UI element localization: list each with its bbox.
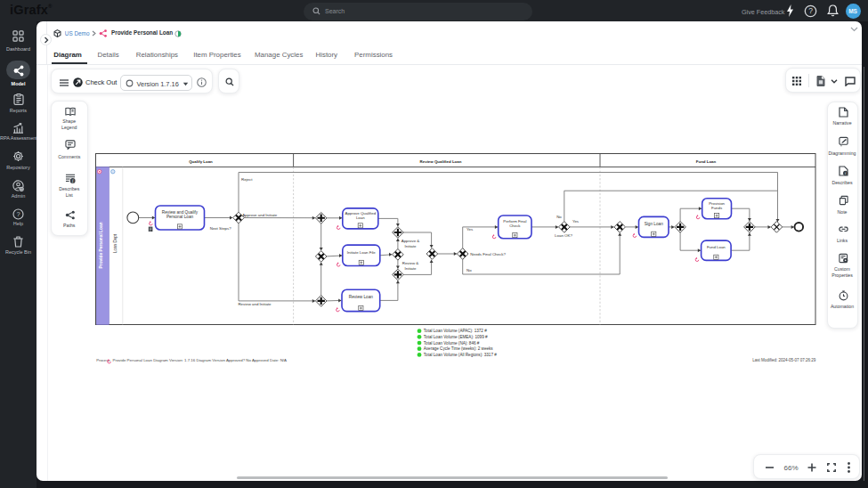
svg-text:Total Loan Volume (APAC): 1372: Total Loan Volume (APAC): 1372 # <box>424 329 487 333</box>
svg-text:Reject: Reject <box>241 177 253 182</box>
svg-text:Total Loan Volume (All Regions: Total Loan Volume (All Regions): 3317 # <box>424 353 497 357</box>
svg-text:Check: Check <box>509 224 521 228</box>
svg-text:No: No <box>466 268 472 272</box>
svg-text:Total Loan Volume (NA): 846 #: Total Loan Volume (NA): 846 # <box>424 341 480 346</box>
svg-text:Review &: Review & <box>402 261 419 265</box>
svg-text:Personal Loan: Personal Loan <box>166 215 194 219</box>
svg-text:Provide Personal Loan Diagram: Provide Personal Loan Diagram Version: 1… <box>113 358 288 362</box>
svg-text:Initiate Loan File: Initiate Loan File <box>347 250 376 255</box>
svg-text:Next Steps?: Next Steps? <box>210 226 231 231</box>
svg-text:Loan Dept: Loan Dept <box>113 233 118 253</box>
svg-text:Review and Initiate: Review and Initiate <box>238 302 272 306</box>
svg-text:Fund Loan: Fund Loan <box>707 245 726 249</box>
svg-text:Yes: Yes <box>572 219 580 224</box>
svg-text:No: No <box>556 215 562 219</box>
svg-text:Funds: Funds <box>711 206 723 210</box>
svg-text:Provide Personal Loan: Provide Personal Loan <box>99 222 103 268</box>
svg-text:Fund Loan: Fund Loan <box>696 159 717 164</box>
svg-text:Loan OK?: Loan OK? <box>555 233 572 238</box>
svg-text:Approve &: Approve & <box>402 239 420 243</box>
svg-text:Approve and Initiate: Approve and Initiate <box>242 213 278 217</box>
svg-text:Initiate: Initiate <box>405 244 417 248</box>
svg-text:Yes: Yes <box>466 227 474 232</box>
svg-text:Review Loan: Review Loan <box>349 295 373 299</box>
svg-text:Review Qualified Loan: Review Qualified Loan <box>420 159 462 164</box>
svg-text:Loan: Loan <box>356 216 365 220</box>
svg-text:Qualify Loan: Qualify Loan <box>189 159 213 164</box>
svg-text:Sign Loan: Sign Loan <box>645 222 664 226</box>
svg-text:Last Modified: 2024-05-07 07:2: Last Modified: 2024-05-07 07:26:29 <box>752 358 816 362</box>
svg-text:Needs Final Check?: Needs Final Check? <box>470 252 506 256</box>
svg-text:Average Cycle Time (weeks): 2: Average Cycle Time (weeks): 2 weeks <box>424 346 493 351</box>
svg-text:Total Loan Volume (EMEA): 1099: Total Loan Volume (EMEA): 1099 # <box>424 335 488 339</box>
svg-text:Initiate: Initiate <box>405 266 417 271</box>
